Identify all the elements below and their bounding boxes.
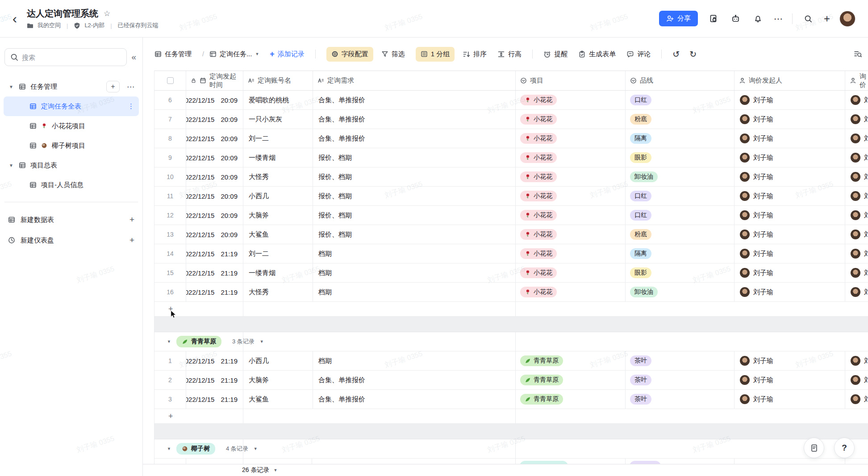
add-record-row[interactable]: +: [154, 409, 868, 424]
cell-date[interactable]: 2022/12/1520:09: [186, 167, 243, 186]
table-row[interactable]: 102022/12/1520:09大怪秀报价、档期小花花卸妆油刘子瑜刘: [154, 167, 868, 187]
table-row[interactable]: 122022/12/1520:09大脑斧报价、档期小花花口红刘子瑜刘: [154, 206, 868, 225]
cell-project[interactable]: 小花花: [515, 244, 625, 263]
cell-date[interactable]: 2022/12/1521:19: [186, 244, 243, 263]
option-pill[interactable]: 小花花: [520, 267, 557, 278]
option-pill[interactable]: 茶叶: [630, 394, 651, 405]
cell-requester-partial[interactable]: 刘: [845, 351, 868, 370]
column-header-品线[interactable]: 品线: [625, 71, 734, 90]
cell-account[interactable]: 大脑斧: [243, 371, 313, 389]
option-pill[interactable]: 口红: [630, 95, 651, 105]
column-header-定询账号名[interactable]: 定询账号名: [243, 71, 313, 90]
option-pill[interactable]: 小花花: [520, 152, 557, 163]
cell-requester-partial[interactable]: 刘: [845, 263, 868, 282]
column-header-定询发起时间[interactable]: 定询发起时间: [186, 71, 243, 90]
cell-date[interactable]: 2022/12/1521:19: [186, 371, 243, 389]
sidebar-group-任务管理[interactable]: ▼任务管理+⋯: [4, 77, 139, 96]
option-pill[interactable]: 粉底: [630, 229, 651, 240]
cell-account[interactable]: 小西几: [243, 187, 313, 205]
option-pill[interactable]: 卸妆油: [630, 171, 658, 182]
cell-requester[interactable]: 刘子瑜: [734, 263, 845, 282]
cell-requester-partial[interactable]: 刘: [845, 91, 868, 109]
cell-requester[interactable]: 刘子瑜: [734, 371, 845, 389]
option-pill[interactable]: 青青草原: [520, 394, 563, 405]
table-row[interactable]: 12022/12/1521:19小西几档期青青草原茶叶刘子瑜刘: [154, 351, 868, 371]
cell-project[interactable]: 小花花: [515, 129, 625, 148]
filter-button[interactable]: 筛选: [381, 50, 405, 58]
cell-requester-partial[interactable]: 刘: [845, 244, 868, 263]
cell-demand[interactable]: 档期: [313, 351, 515, 370]
search-in-table-icon[interactable]: [854, 50, 862, 58]
cell-requester[interactable]: 刘子瑜: [734, 129, 845, 148]
cell-line[interactable]: 隔离: [625, 244, 734, 263]
more-menu-icon[interactable]: ⋯: [774, 13, 783, 24]
cell-requester[interactable]: 刘子瑜: [734, 390, 845, 409]
chevron-down-icon[interactable]: ▼: [254, 447, 258, 451]
cell-requester-partial[interactable]: 刘: [845, 371, 868, 389]
comment-button[interactable]: 评论: [626, 50, 651, 58]
group-collapse-icon[interactable]: ▼: [167, 447, 171, 451]
column-header-询价发起人[interactable]: 询价发起人: [734, 71, 845, 90]
cell-project[interactable]: 青青草原: [515, 371, 625, 389]
cell-account[interactable]: 刘一二: [243, 244, 313, 263]
cell-line[interactable]: 口红: [625, 187, 734, 205]
group-collapse-icon[interactable]: ▼: [167, 339, 171, 344]
cell-account[interactable]: 小西几: [243, 351, 313, 370]
option-pill[interactable]: 隔离: [630, 133, 651, 144]
cell-project[interactable]: 小花花: [515, 283, 625, 301]
user-avatar[interactable]: [839, 11, 855, 27]
chevron-down-icon[interactable]: ▼: [8, 84, 14, 89]
cell-project[interactable]: 青青草原: [515, 351, 625, 370]
table-row[interactable]: 92022/12/1520:09一缕青烟报价、档期小花花眼影刘子瑜刘: [154, 148, 868, 167]
cell-date[interactable]: 2022/12/1521:19: [186, 351, 243, 370]
cell-demand[interactable]: 合集、单推报价: [313, 129, 515, 148]
cell-demand[interactable]: 报价、档期: [313, 148, 515, 167]
group-pill[interactable]: 椰子树: [176, 443, 215, 455]
cell-requester[interactable]: 刘子瑜: [734, 351, 845, 370]
cell-requester[interactable]: 刘子瑜: [734, 206, 845, 225]
cell-requester-partial[interactable]: 刘: [845, 167, 868, 186]
cell-requester[interactable]: 刘子瑜: [734, 110, 845, 129]
cell-line[interactable]: 卸妆油: [625, 167, 734, 186]
cell-line[interactable]: 茶叶: [625, 390, 734, 409]
robot-icon[interactable]: [729, 12, 743, 25]
table-row[interactable]: 132022/12/1520:09大鲨鱼报价、档期小花花粉底刘子瑜刘: [154, 225, 868, 244]
group-pill[interactable]: 青青草原: [176, 336, 221, 347]
option-pill[interactable]: 小花花: [520, 191, 557, 201]
column-header-询价[interactable]: 询价: [845, 71, 868, 90]
sidebar-item-定询任务全表[interactable]: 定询任务全表⋮: [4, 96, 139, 116]
cell-demand[interactable]: 档期: [313, 263, 515, 282]
option-pill[interactable]: 眼影: [630, 152, 651, 163]
option-pill[interactable]: 茶叶: [630, 355, 651, 366]
form-fab-button[interactable]: [804, 438, 824, 458]
cell-date[interactable]: 2022/12/1521:19: [186, 390, 243, 409]
cell-project[interactable]: 小花花: [515, 148, 625, 167]
add-record-button[interactable]: + 添加记录: [270, 50, 305, 59]
back-icon[interactable]: ‹: [13, 12, 17, 25]
column-header-checkbox[interactable]: [154, 71, 186, 90]
cell-date[interactable]: 2022/12/1520:09: [186, 110, 243, 129]
cell-account[interactable]: 一只小灰灰: [243, 110, 313, 129]
plus-icon[interactable]: +: [129, 235, 134, 245]
cell-requester-partial[interactable]: 刘: [845, 187, 868, 205]
cell-requester-partial[interactable]: 刘: [845, 283, 868, 301]
undo-icon[interactable]: ↺: [672, 49, 680, 59]
chevron-down-icon[interactable]: ▼: [260, 339, 264, 344]
cell-account[interactable]: 大脑斧: [243, 206, 313, 225]
cell-demand[interactable]: 合集、单推报价: [313, 110, 515, 129]
cell-demand[interactable]: 档期: [313, 244, 515, 263]
column-header-项目[interactable]: 项目: [515, 71, 625, 90]
table-row[interactable]: 22022/12/1521:19大脑斧合集、单推报价青青草原茶叶刘子瑜刘: [154, 371, 868, 390]
table-row[interactable]: 32022/12/1521:19大鲨鱼合集、单推报价青青草原茶叶刘子瑜刘: [154, 390, 868, 409]
option-pill[interactable]: 卸妆油: [630, 287, 658, 297]
cell-line[interactable]: 茶叶: [625, 351, 734, 370]
kebab-menu-icon[interactable]: ⋮: [128, 102, 134, 110]
option-pill[interactable]: 小花花: [520, 287, 557, 297]
table-row[interactable]: 82022/12/1520:09刘一二合集、单推报价小花花隔离刘子瑜刘: [154, 129, 868, 148]
field-config-button[interactable]: 字段配置: [326, 47, 373, 62]
new-table-button[interactable]: 新建数据表 +: [0, 209, 142, 230]
cell-project[interactable]: 青青草原: [515, 390, 625, 409]
cell-account[interactable]: 大怪秀: [243, 167, 313, 186]
cell-date[interactable]: 2022/12/1521:19: [186, 283, 243, 301]
collapse-sidebar-icon[interactable]: «: [131, 52, 136, 62]
